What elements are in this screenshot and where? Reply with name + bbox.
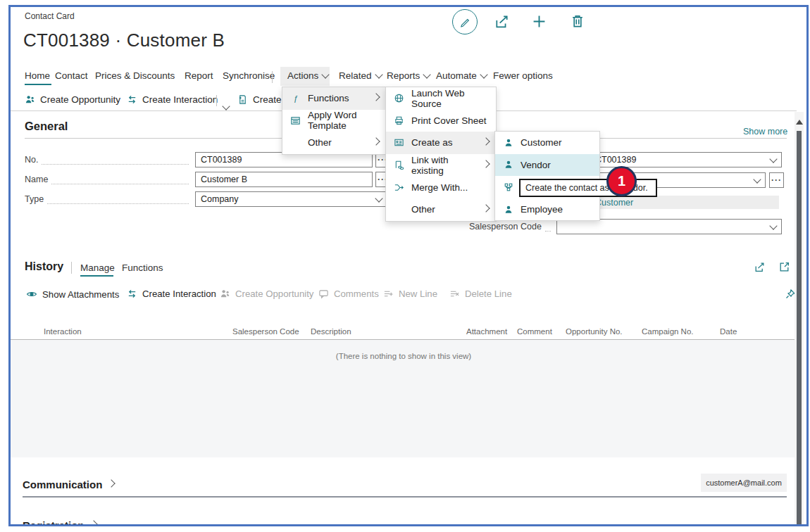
chevron-down-icon xyxy=(322,70,330,78)
people-icon xyxy=(220,289,230,299)
person-icon xyxy=(502,205,514,215)
communication-divider xyxy=(23,496,787,498)
history-create-interaction-button[interactable]: Create Interaction xyxy=(127,289,216,299)
id-card-icon xyxy=(393,137,405,148)
chevron-right-icon xyxy=(372,138,380,146)
menu-item-launch-web-source[interactable]: Launch Web Source xyxy=(386,87,496,110)
empty-state-text: (There is nothing to show in this view) xyxy=(11,352,797,360)
menu-item-functions-other[interactable]: Other xyxy=(386,198,496,221)
history-create-opportunity-button[interactable]: Create Opportunity xyxy=(220,289,313,299)
menu-item-create-as[interactable]: Create as xyxy=(386,132,496,154)
menu-item-employee[interactable]: Employee xyxy=(495,198,599,221)
communication-section-toggle[interactable]: Communication xyxy=(23,479,114,490)
tab-contact[interactable]: Contact xyxy=(55,70,88,81)
type-field[interactable]: Company xyxy=(195,191,387,207)
chevron-down-icon xyxy=(423,70,431,78)
company-name-assist-edit-button[interactable]: ··· xyxy=(769,172,784,188)
functions-submenu: Launch Web Source Print Cover Sheet Crea… xyxy=(385,87,497,222)
share-button[interactable] xyxy=(494,13,510,30)
menu-item-merge-with[interactable]: Merge With... xyxy=(386,176,496,198)
menu-item-vendor[interactable]: Vendor xyxy=(495,154,599,177)
column-attachment[interactable]: Attachment xyxy=(466,327,507,336)
menu-item-print-cover-sheet[interactable]: Print Cover Sheet xyxy=(386,110,496,132)
comments-button[interactable]: Comments xyxy=(318,289,379,299)
chevron-right-icon xyxy=(482,160,490,167)
create-opportunity-button[interactable]: Create Opportunity xyxy=(25,94,120,105)
chevron-right-icon xyxy=(482,205,490,213)
history-heading: History xyxy=(25,260,63,273)
tab-prices-discounts[interactable]: Prices & Discounts xyxy=(95,70,175,81)
actions-dropdown-menu: ƒ Functions Apply Word Template Other xyxy=(282,87,387,155)
menubar-separator xyxy=(272,71,273,83)
tab-synchronise[interactable]: Synchronise xyxy=(223,70,275,81)
delete-line-button[interactable]: Delete Line xyxy=(449,289,512,299)
create-interaction-button[interactable]: Create Interaction xyxy=(127,94,218,105)
name-field[interactable]: Customer B xyxy=(195,172,373,187)
globe-icon xyxy=(393,93,405,103)
plus-icon xyxy=(531,13,547,30)
menu-item-functions[interactable]: ƒ Functions xyxy=(282,87,386,110)
chevron-down-icon xyxy=(769,222,777,229)
general-heading: General xyxy=(25,120,68,133)
communication-heading: Communication xyxy=(23,479,102,490)
menu-item-other[interactable]: Other xyxy=(282,132,386,154)
new-line-button[interactable]: New Line xyxy=(383,289,437,299)
column-description[interactable]: Description xyxy=(311,327,351,336)
share-icon xyxy=(754,261,766,273)
column-interaction[interactable]: Interaction xyxy=(44,327,82,336)
expand-icon[interactable] xyxy=(778,261,790,273)
menu-reports[interactable]: Reports xyxy=(387,70,430,81)
bank-icon xyxy=(502,182,514,192)
new-button[interactable] xyxy=(531,13,547,30)
comment-icon xyxy=(318,289,329,299)
history-share-button[interactable] xyxy=(754,261,766,273)
people-icon xyxy=(25,94,35,105)
split-separator xyxy=(216,95,217,106)
chevron-down-icon xyxy=(375,194,382,202)
menu-related[interactable]: Related xyxy=(339,70,382,81)
merge-icon xyxy=(393,182,405,193)
scrollbar-thumb[interactable] xyxy=(797,131,802,526)
menu-item-apply-word-template[interactable]: Apply Word Template xyxy=(282,110,386,132)
field-label-type: Type xyxy=(25,191,192,207)
column-salesperson-code[interactable]: Salesperson Code xyxy=(232,327,299,336)
chevron-down-icon xyxy=(480,70,487,78)
column-opportunity-no[interactable]: Opportunity No. xyxy=(566,327,623,336)
delete-line-icon xyxy=(449,289,460,299)
show-more-link[interactable]: Show more xyxy=(743,127,787,137)
field-label-name: Name xyxy=(25,172,192,187)
business-relation-link[interactable]: Customer xyxy=(595,198,633,208)
chevron-down-icon xyxy=(769,155,777,163)
svg-text:ƒ: ƒ xyxy=(293,94,297,103)
menu-item-link-with-existing[interactable]: Link with existing xyxy=(386,154,496,177)
tab-home[interactable]: Home xyxy=(25,70,50,81)
chevron-right-icon xyxy=(372,94,380,101)
column-campaign-no[interactable]: Campaign No. xyxy=(642,327,694,336)
history-separator xyxy=(71,262,72,274)
contact-card-window: Contact Card CT001389 · Customer B Home … xyxy=(0,0,810,532)
scrollbar-up-arrow[interactable] xyxy=(796,120,803,125)
chevron-right-icon xyxy=(482,138,490,146)
tab-report[interactable]: Report xyxy=(185,70,213,81)
edit-button[interactable] xyxy=(452,9,478,34)
tab-manage[interactable]: Manage xyxy=(80,262,115,273)
new-line-icon xyxy=(383,289,394,299)
show-attachments-button[interactable]: Show Attachments xyxy=(26,289,119,300)
page-title: CT001389 · Customer B xyxy=(23,30,225,51)
tab-functions[interactable]: Functions xyxy=(122,262,163,273)
column-date[interactable]: Date xyxy=(720,327,737,336)
menu-actions[interactable]: Actions xyxy=(287,70,328,81)
column-comment[interactable]: Comment xyxy=(517,327,552,336)
share-icon xyxy=(494,13,510,30)
chevron-down-icon xyxy=(753,175,761,183)
link-doc-icon xyxy=(393,160,405,170)
menu-automate[interactable]: Automate xyxy=(436,70,487,81)
person-icon xyxy=(502,160,514,170)
annotation-badge-1: 1 xyxy=(606,166,637,196)
menu-item-customer[interactable]: Customer xyxy=(495,132,599,154)
fewer-options-button[interactable]: Fewer options xyxy=(493,70,553,81)
email-chip[interactable]: customerA@mail.com xyxy=(701,474,787,492)
interaction-icon xyxy=(127,289,137,299)
delete-button[interactable] xyxy=(570,13,585,29)
field-label-no: No. xyxy=(25,152,192,167)
